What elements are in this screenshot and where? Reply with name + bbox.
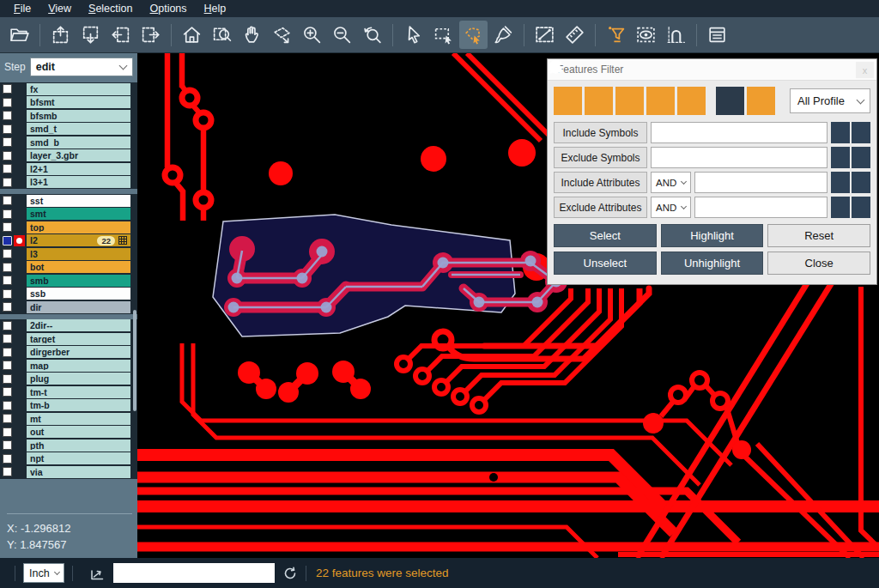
- layer-visibility-checkbox[interactable]: [3, 302, 12, 312]
- include-symbols-pick-button[interactable]: [831, 122, 850, 143]
- layer-row-smt[interactable]: smt: [0, 208, 137, 221]
- layer-row-npt[interactable]: npt: [0, 452, 137, 466]
- layer-visibility-checkbox[interactable]: [3, 401, 12, 410]
- layer-visibility-checkbox[interactable]: [3, 387, 12, 397]
- layer-chip[interactable]: smb: [27, 275, 130, 287]
- exclude-symbols-pick-button[interactable]: [831, 147, 850, 168]
- exclude-symbols-input[interactable]: [651, 147, 827, 168]
- reroute-icon[interactable]: [662, 21, 690, 49]
- features-filter-icon[interactable]: [602, 21, 630, 49]
- layer-visibility-checkbox[interactable]: [3, 289, 12, 299]
- remove-mode-button[interactable]: [747, 87, 775, 115]
- layer-chip[interactable]: mt: [27, 413, 130, 425]
- layer-row-plug[interactable]: plug: [0, 373, 137, 386]
- layer-chip[interactable]: l3: [27, 248, 130, 260]
- include-attributes-pick-button[interactable]: [831, 172, 850, 193]
- highlight-button[interactable]: Highlight: [661, 224, 764, 247]
- line-feature-button[interactable]: [554, 87, 582, 115]
- layer-chip[interactable]: npt: [27, 452, 130, 464]
- include-symbols-input[interactable]: [651, 122, 827, 143]
- arc-feature-button[interactable]: [646, 87, 675, 115]
- home-view-icon[interactable]: [178, 21, 206, 49]
- layer-chip[interactable]: smt: [27, 208, 130, 220]
- layer-visibility-checkbox[interactable]: [3, 414, 12, 423]
- layer-visibility-checkbox[interactable]: [3, 111, 12, 120]
- pad-feature-button[interactable]: [585, 87, 613, 115]
- layer-chip[interactable]: pth: [27, 439, 130, 452]
- layer-chip[interactable]: out: [27, 426, 130, 438]
- layer-chip[interactable]: bot: [27, 261, 130, 273]
- layer-visibility-checkbox[interactable]: [3, 236, 12, 246]
- view-options-icon[interactable]: [632, 21, 660, 49]
- open-file-icon[interactable]: [5, 21, 33, 49]
- pan-right-icon[interactable]: [136, 21, 165, 49]
- zoom-window-icon[interactable]: [208, 21, 236, 49]
- layer-visibility-checkbox[interactable]: [3, 124, 12, 134]
- layer-row-ssb[interactable]: ssb: [0, 288, 137, 301]
- layer-visibility-checkbox[interactable]: [3, 222, 12, 232]
- snap-angle-icon[interactable]: [88, 565, 106, 582]
- zoom-dynamic-icon[interactable]: [268, 21, 296, 49]
- layer-visibility-checkbox[interactable]: [3, 348, 12, 357]
- pcb-canvas[interactable]: Features Filter x All: [137, 53, 879, 558]
- layer-row-l2[interactable]: l222: [0, 234, 137, 248]
- layer-row-smd_b[interactable]: smd_b: [0, 136, 137, 149]
- select-paint-icon[interactable]: [489, 21, 518, 49]
- unhighlight-button[interactable]: Unhighlight: [661, 252, 764, 275]
- select-button[interactable]: Select: [554, 224, 657, 247]
- select-pointer-icon[interactable]: [399, 21, 427, 49]
- layer-row-bfsmb[interactable]: bfsmb: [0, 109, 137, 123]
- select-rectangle-icon[interactable]: [429, 21, 458, 49]
- layer-chip[interactable]: l3+1: [27, 176, 130, 188]
- text-feature-button[interactable]: [677, 87, 706, 115]
- dialog-titlebar[interactable]: Features Filter: [548, 59, 876, 81]
- include-attributes-button[interactable]: Include Attributes: [554, 172, 647, 193]
- layer-chip[interactable]: sst: [27, 195, 130, 207]
- include-symbols-pick-add-button[interactable]: [852, 122, 870, 143]
- layer-row-l3[interactable]: l3: [0, 247, 137, 261]
- layer-row-pth[interactable]: pth: [0, 439, 137, 452]
- zoom-in-icon[interactable]: [298, 21, 326, 49]
- refresh-icon[interactable]: [282, 566, 298, 581]
- layer-row-l2+1[interactable]: l2+1: [0, 162, 137, 176]
- layer-visibility-checkbox[interactable]: [3, 137, 12, 147]
- pan-down-icon[interactable]: [76, 21, 105, 49]
- layer-visibility-checkbox[interactable]: [3, 361, 12, 370]
- layer-chip[interactable]: bfsmt: [27, 96, 130, 108]
- measure-point-to-point-icon[interactable]: [530, 21, 559, 49]
- layer-chip[interactable]: map: [27, 360, 130, 372]
- zoom-out-icon[interactable]: [328, 21, 356, 49]
- close-button[interactable]: Close: [767, 252, 870, 275]
- layer-row-fx[interactable]: fx: [0, 82, 137, 96]
- units-select[interactable]: Inch: [23, 563, 64, 583]
- layer-visibility-checkbox[interactable]: [3, 263, 12, 272]
- layer-row-dirgerber[interactable]: dirgerber: [0, 346, 137, 360]
- layer-row-bot[interactable]: bot: [0, 261, 137, 275]
- measure-ruler-icon[interactable]: [561, 21, 589, 49]
- layer-chip[interactable]: target: [27, 333, 130, 345]
- layer-visibility-checkbox[interactable]: [3, 164, 12, 173]
- pan-left-icon[interactable]: [106, 21, 135, 49]
- layer-chip[interactable]: tm-t: [27, 386, 130, 398]
- layer-visibility-checkbox[interactable]: [3, 196, 12, 205]
- layer-visibility-checkbox[interactable]: [3, 427, 12, 437]
- include-attributes-input[interactable]: [694, 172, 827, 193]
- layer-row-tm-b[interactable]: tm-b: [0, 399, 137, 413]
- layer-row-top[interactable]: top: [0, 221, 137, 234]
- include-attributes-pick-add-button[interactable]: [852, 172, 870, 193]
- menu-item-help[interactable]: Help: [196, 3, 235, 15]
- layer-row-via[interactable]: via: [0, 465, 137, 479]
- layer-visibility-checkbox[interactable]: [3, 440, 12, 450]
- layer-visibility-checkbox[interactable]: [3, 178, 12, 187]
- layer-chip[interactable]: l222: [27, 234, 130, 246]
- layer-chip[interactable]: layer_3.gbr: [27, 149, 130, 161]
- layer-row-dir[interactable]: dir: [0, 300, 137, 314]
- layer-visibility-checkbox[interactable]: [3, 334, 12, 343]
- layer-chip[interactable]: top: [27, 221, 130, 233]
- layer-chip[interactable]: 2dir--: [27, 319, 130, 331]
- exclude-attributes-input[interactable]: [694, 197, 827, 218]
- layer-visibility-checkbox[interactable]: [3, 249, 12, 258]
- layer-visibility-checkbox[interactable]: [3, 84, 12, 94]
- pan-hand-icon[interactable]: [238, 21, 266, 49]
- menu-item-view[interactable]: View: [39, 3, 80, 15]
